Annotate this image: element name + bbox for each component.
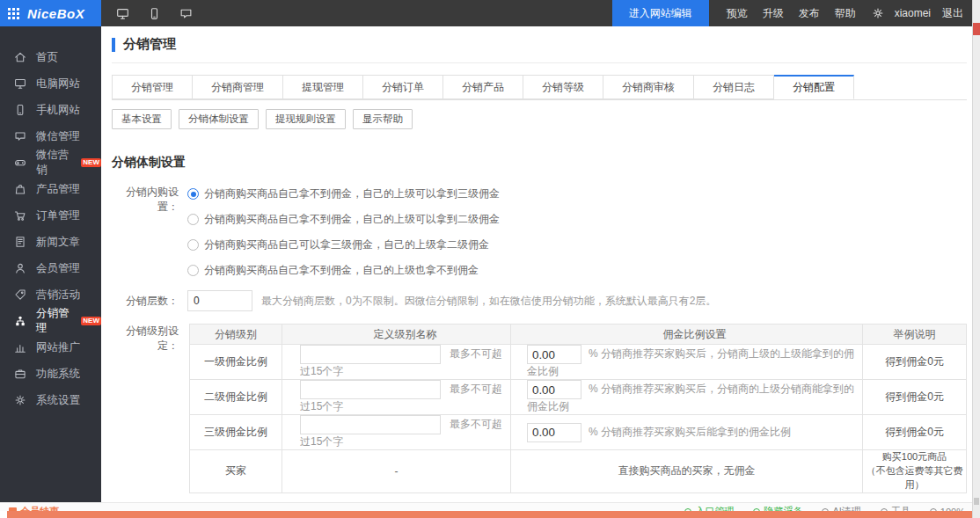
purchase-radio-option-3[interactable]: 分销商购买商品自己拿不到佣金，自己的上级也拿不到佣金 — [187, 263, 500, 278]
bottom-toolbar: 会员特惠 入口管理隐藏浮条AI清理工具100% — [0, 502, 972, 511]
sidebar-item-gear[interactable]: 系统设置 — [0, 387, 101, 413]
bottom-toolbar-item-1[interactable]: 隐藏浮条 — [753, 505, 802, 511]
settings-gear-icon[interactable] — [872, 7, 884, 19]
tab-4[interactable]: 分销产品 — [443, 75, 523, 99]
sidebar-item-label: 微信管理 — [36, 129, 80, 144]
bottom-toolbar-item-0[interactable]: 入口管理 — [684, 505, 734, 511]
sidebar-item-doc[interactable]: 新闻文章 — [0, 229, 101, 255]
example-cell: 得到佣金0元 — [863, 380, 967, 415]
tab-2[interactable]: 提现管理 — [283, 75, 363, 99]
buyer-level-cell: 买家 — [190, 450, 282, 493]
sidebar-item-tree[interactable]: 分销管理NEW — [0, 308, 101, 334]
example-line1: 购买100元商品 — [863, 450, 966, 464]
right-edge-scrollbar[interactable] — [972, 0, 980, 518]
doc-icon — [14, 236, 26, 248]
example-cell: 得到佣金0元 — [863, 415, 967, 450]
sidebar-item-label: 功能系统 — [36, 367, 80, 382]
member-promo-link[interactable]: 会员特惠 — [9, 505, 59, 511]
sidebar-item-mobile[interactable]: 手机网站 — [0, 97, 101, 123]
logout-link[interactable]: 退出 — [942, 6, 963, 21]
tab-6[interactable]: 分销商审核 — [603, 75, 694, 99]
topbar-link-2[interactable]: 发布 — [799, 6, 820, 21]
sidebar-item-label: 首页 — [36, 50, 58, 65]
sidebar-item-briefcase[interactable]: 功能系统 — [0, 361, 101, 387]
rate-input[interactable] — [527, 380, 581, 399]
app-logo[interactable]: NiceBoX — [0, 0, 101, 26]
chat-preview-icon[interactable] — [179, 7, 193, 20]
device-preview-icons — [116, 7, 193, 20]
sidebar-item-tag[interactable]: 营销活动 — [0, 281, 101, 308]
radio-icon[interactable] — [187, 188, 199, 200]
subnav-button-0[interactable]: 基本设置 — [112, 109, 172, 129]
tab-0[interactable]: 分销管理 — [112, 75, 193, 99]
sidebar-item-cart[interactable]: 订单管理 — [0, 202, 101, 229]
toolbar-item-label: AI清理 — [832, 505, 860, 511]
purchase-setting-label: 分销内购设置： — [112, 185, 187, 278]
user-icon — [14, 262, 26, 274]
topbar-link-3[interactable]: 帮助 — [835, 6, 856, 21]
table-row: 一级佣金比例最多不可超过15个字% 分销商推荐买家购买后，分销商上级的上级能拿到… — [190, 345, 967, 380]
radio-label: 分销商购买商品自己可以拿三级佣金，自己的上级拿二级佣金 — [204, 237, 489, 252]
topbar-link-1[interactable]: 升级 — [763, 6, 784, 21]
rate-cell: % 分销商推荐买家购买后，分销商上级的上级能拿到的佣金比例 — [511, 345, 863, 380]
desktop-preview-icon[interactable] — [116, 7, 129, 20]
topbar-links: 预览升级发布帮助 — [727, 6, 856, 21]
scrollbar-marker — [973, 23, 980, 35]
main-content: 分销管理 分销管理分销商管理提现管理分销订单分销产品分销等级分销商审核分销日志分… — [101, 26, 972, 502]
cart-icon — [14, 209, 26, 222]
system-section-heading: 分销体制设置 — [112, 155, 972, 171]
sidebar-item-home[interactable]: 首页 — [0, 44, 101, 70]
bottom-toolbar-item-3[interactable]: 工具 — [881, 505, 911, 511]
radio-icon[interactable] — [187, 265, 199, 276]
toolbar-item-label: 工具 — [891, 505, 911, 511]
tab-3[interactable]: 分销订单 — [363, 75, 443, 99]
title-accent-bar — [112, 38, 115, 52]
sidebar-item-chart[interactable]: 网站推广 — [0, 334, 101, 361]
level-name-input[interactable] — [300, 345, 441, 364]
rate-input[interactable] — [527, 423, 581, 442]
sidebar-item-label: 网站推广 — [36, 340, 80, 355]
sidebar-item-user[interactable]: 会员管理 — [0, 255, 101, 281]
tab-7[interactable]: 分销日志 — [694, 75, 774, 99]
username[interactable]: xiaomei — [895, 7, 931, 19]
subnav-button-2[interactable]: 提现规则设置 — [266, 109, 346, 129]
apps-grid-icon — [8, 8, 19, 19]
mobile-preview-icon[interactable] — [148, 7, 161, 20]
subnav-buttons: 基本设置分销体制设置提现规则设置显示帮助 — [112, 109, 972, 129]
chart-icon — [14, 341, 26, 354]
sidebar-item-label: 订单管理 — [36, 208, 80, 223]
sidebar-item-desktop[interactable]: 电脑网站 — [0, 70, 101, 97]
sidebar-item-chat[interactable]: 微信管理 — [0, 123, 101, 150]
purchase-radio-option-0[interactable]: 分销商购买商品自己拿不到佣金，自己的上级可以拿到三级佣金 — [187, 186, 500, 201]
sidebar-item-bag[interactable]: 产品管理 — [0, 176, 101, 202]
levels-input[interactable] — [187, 290, 252, 311]
rate-input[interactable] — [527, 345, 581, 364]
level-cell: 三级佣金比例 — [190, 415, 282, 450]
tab-5[interactable]: 分销等级 — [523, 75, 603, 99]
purchase-radio-option-2[interactable]: 分销商购买商品自己可以拿三级佣金，自己的上级拿二级佣金 — [187, 237, 500, 252]
sidebar-item-gamepad[interactable]: 微信营销NEW — [0, 150, 101, 176]
bottom-toolbar-item-2[interactable]: AI清理 — [822, 505, 860, 511]
gamepad-icon — [14, 157, 26, 169]
tab-1[interactable]: 分销商管理 — [193, 75, 283, 99]
sidebar-item-label: 产品管理 — [36, 182, 80, 197]
table-header-3: 举例说明 — [863, 325, 967, 345]
bottom-toolbar-item-4[interactable]: 100% — [930, 505, 965, 511]
sidebar-item-label: 新闻文章 — [36, 235, 80, 250]
tag-icon — [14, 288, 26, 301]
table-header-1: 定义级别名称 — [282, 325, 511, 345]
tab-8[interactable]: 分销配置 — [774, 75, 854, 99]
radio-icon[interactable] — [187, 239, 199, 251]
level-name-input[interactable] — [300, 415, 441, 434]
radio-icon[interactable] — [187, 214, 199, 225]
name-cell: 最多不可超过15个字 — [282, 380, 511, 415]
subnav-button-1[interactable]: 分销体制设置 — [179, 109, 259, 129]
enter-site-editor-button[interactable]: 进入网站编辑 — [612, 0, 709, 26]
buyer-example-cell: 购买100元商品（不包含运费等其它费用） — [863, 450, 967, 493]
home-icon — [14, 51, 26, 63]
subnav-button-3[interactable]: 显示帮助 — [353, 109, 413, 129]
purchase-radio-option-1[interactable]: 分销商购买商品自己拿不到佣金，自己的上级可以拿到二级佣金 — [187, 212, 500, 227]
level-name-input[interactable] — [300, 380, 441, 399]
topbar-link-0[interactable]: 预览 — [727, 6, 748, 21]
levels-row: 分销层数： 最大分销商层数，0为不限制。因微信分销限制，如在微信使用分销功能，系… — [112, 290, 972, 311]
